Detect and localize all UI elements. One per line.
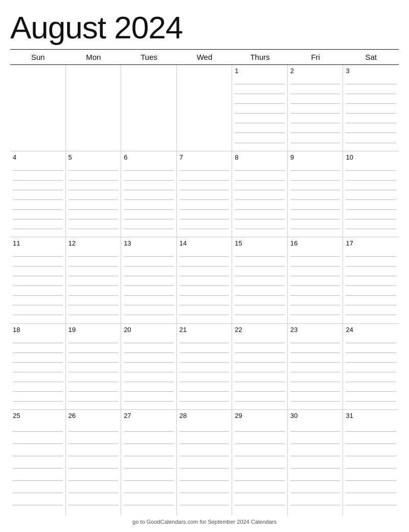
entry-line[interactable] xyxy=(179,266,230,267)
entry-line[interactable] xyxy=(346,343,396,343)
entry-line[interactable] xyxy=(69,266,119,267)
entry-line[interactable] xyxy=(235,480,285,481)
entry-line[interactable] xyxy=(346,170,396,171)
entry-line[interactable] xyxy=(69,468,119,469)
entry-line[interactable] xyxy=(69,295,119,296)
entry-line[interactable] xyxy=(69,480,119,481)
entry-line[interactable] xyxy=(69,285,119,286)
entry-line[interactable] xyxy=(235,285,285,286)
entry-line[interactable] xyxy=(235,276,285,276)
entry-line[interactable] xyxy=(179,372,230,372)
entry-line[interactable] xyxy=(69,352,119,353)
entry-line[interactable] xyxy=(13,266,63,267)
entry-line[interactable] xyxy=(346,132,396,133)
entry-line[interactable] xyxy=(69,382,119,382)
entry-line[interactable] xyxy=(346,143,396,143)
entry-line[interactable] xyxy=(346,362,396,363)
entry-line[interactable] xyxy=(13,170,63,171)
entry-line[interactable] xyxy=(235,113,285,114)
entry-line[interactable] xyxy=(124,401,174,402)
entry-line[interactable] xyxy=(124,456,174,456)
entry-line[interactable] xyxy=(124,444,174,444)
entry-line[interactable] xyxy=(290,229,340,229)
entry-line[interactable] xyxy=(179,190,230,190)
entry-line[interactable] xyxy=(124,480,174,481)
entry-line[interactable] xyxy=(346,480,396,481)
entry-line[interactable] xyxy=(346,444,396,444)
entry-line[interactable] xyxy=(235,444,285,444)
entry-line[interactable] xyxy=(235,493,285,493)
entry-line[interactable] xyxy=(124,209,174,210)
entry-line[interactable] xyxy=(235,219,285,219)
entry-line[interactable] xyxy=(235,305,285,305)
entry-line[interactable] xyxy=(13,180,63,181)
entry-line[interactable] xyxy=(290,209,340,210)
entry-line[interactable] xyxy=(13,315,63,315)
entry-line[interactable] xyxy=(69,276,119,276)
entry-line[interactable] xyxy=(290,505,340,505)
entry-line[interactable] xyxy=(290,468,340,469)
entry-line[interactable] xyxy=(290,256,340,257)
entry-line[interactable] xyxy=(179,468,230,469)
entry-line[interactable] xyxy=(179,199,230,200)
entry-line[interactable] xyxy=(13,295,63,296)
entry-line[interactable] xyxy=(346,266,396,267)
entry-line[interactable] xyxy=(290,352,340,353)
entry-line[interactable] xyxy=(13,305,63,305)
entry-line[interactable] xyxy=(69,493,119,493)
entry-line[interactable] xyxy=(346,190,396,190)
entry-line[interactable] xyxy=(124,170,174,171)
entry-line[interactable] xyxy=(124,505,174,505)
entry-line[interactable] xyxy=(124,180,174,181)
entry-line[interactable] xyxy=(124,199,174,200)
entry-line[interactable] xyxy=(124,256,174,257)
entry-line[interactable] xyxy=(179,295,230,296)
entry-line[interactable] xyxy=(235,190,285,190)
entry-line[interactable] xyxy=(346,391,396,392)
entry-line[interactable] xyxy=(235,372,285,372)
entry-line[interactable] xyxy=(346,229,396,229)
entry-line[interactable] xyxy=(235,256,285,257)
entry-line[interactable] xyxy=(346,352,396,353)
entry-line[interactable] xyxy=(124,315,174,315)
entry-line[interactable] xyxy=(69,372,119,372)
entry-line[interactable] xyxy=(179,229,230,229)
entry-line[interactable] xyxy=(179,382,230,382)
entry-line[interactable] xyxy=(235,431,285,432)
entry-line[interactable] xyxy=(13,372,63,372)
entry-line[interactable] xyxy=(346,295,396,296)
entry-line[interactable] xyxy=(13,401,63,402)
entry-line[interactable] xyxy=(13,209,63,210)
entry-line[interactable] xyxy=(13,190,63,190)
entry-line[interactable] xyxy=(346,219,396,219)
entry-line[interactable] xyxy=(13,480,63,481)
entry-line[interactable] xyxy=(290,103,340,104)
entry-line[interactable] xyxy=(290,266,340,267)
entry-line[interactable] xyxy=(290,84,340,84)
entry-line[interactable] xyxy=(346,285,396,286)
entry-line[interactable] xyxy=(290,480,340,481)
entry-line[interactable] xyxy=(290,382,340,382)
entry-line[interactable] xyxy=(346,256,396,257)
entry-line[interactable] xyxy=(69,219,119,219)
entry-line[interactable] xyxy=(346,505,396,505)
entry-line[interactable] xyxy=(346,123,396,123)
entry-line[interactable] xyxy=(179,456,230,456)
entry-line[interactable] xyxy=(124,295,174,296)
entry-line[interactable] xyxy=(69,315,119,315)
entry-line[interactable] xyxy=(235,123,285,123)
entry-line[interactable] xyxy=(346,456,396,456)
entry-line[interactable] xyxy=(290,444,340,444)
entry-line[interactable] xyxy=(235,391,285,392)
entry-line[interactable] xyxy=(124,305,174,305)
entry-line[interactable] xyxy=(290,219,340,219)
entry-line[interactable] xyxy=(179,401,230,402)
entry-line[interactable] xyxy=(346,276,396,276)
entry-line[interactable] xyxy=(346,199,396,200)
entry-line[interactable] xyxy=(69,229,119,229)
entry-line[interactable] xyxy=(179,315,230,315)
entry-line[interactable] xyxy=(13,493,63,493)
entry-line[interactable] xyxy=(290,391,340,392)
entry-line[interactable] xyxy=(69,444,119,444)
entry-line[interactable] xyxy=(346,431,396,432)
